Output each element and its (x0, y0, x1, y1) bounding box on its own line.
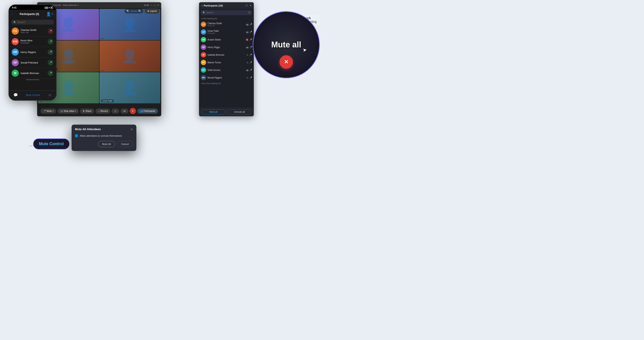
record-button[interactable]: ● Record (96, 108, 110, 114)
battery-icon: ■ (50, 6, 53, 9)
panel-unmute-all-button[interactable]: Unmute all (228, 110, 252, 114)
end-call-button[interactable]: ✕ (130, 108, 136, 114)
stop-video-button[interactable]: 📹 Stop video ▾ (58, 108, 79, 114)
phone-participant-info-kevin: Kevin Woo Presenter (20, 39, 46, 44)
phone-mute-btn-isabelle[interactable]: 🎤 (48, 70, 54, 76)
phone-mute-btn-henry[interactable]: 🎤 (48, 49, 54, 55)
panel-info-isabella: Isabella Brennan (208, 54, 245, 56)
dialog-buttons: Mute All Cancel (75, 141, 133, 147)
phone-participant-name-clarissa: Clarissa Smith (20, 29, 46, 31)
phone-avatar-sonali: SP (12, 59, 19, 66)
minimize-button[interactable]: ─ (151, 4, 152, 6)
panel-participant-sofia: SG Sofia Gomez 📹 🎤 (199, 66, 254, 74)
panel-avatar-umar: UP (201, 29, 206, 35)
dialog-checkbox-row: ✓ Allow attendees to unmute themselves (75, 134, 133, 137)
panel-mute-all-button[interactable]: Mute all (201, 110, 226, 114)
dialog-content: ✓ Allow attendees to unmute themselves M… (72, 133, 136, 151)
panel-header: ∨ Participants (10) ⬡ ✕ (199, 2, 254, 9)
phone-mute-btn-kevin[interactable]: 🎤 (48, 39, 54, 44)
panel-icons-sofia: 📹 🎤 (246, 69, 252, 71)
mute-all-dialog: Mute All Attendees ✕ ✓ Allow attendees t… (72, 124, 136, 151)
panel-info-murad: Murad Higgins (208, 76, 245, 79)
panel-role-clarissa: Host, me (208, 24, 244, 26)
video-label-5 (40, 102, 42, 102)
mute-control-badge[interactable]: Mute Control (33, 138, 70, 150)
video-label-6: Umar Patel (101, 100, 114, 102)
zoom-in-btn[interactable]: 🔍 (138, 10, 142, 13)
panel-search-input[interactable] (206, 12, 247, 14)
signal-icon: ▐▐▐ (44, 7, 48, 9)
panel-avatar-austen: AB (201, 37, 206, 42)
close-window-button[interactable]: ✕ (157, 4, 159, 6)
dialog-close-button[interactable]: ✕ (130, 128, 133, 131)
big-mute-circle: Mute all ✕ ➤ (253, 11, 320, 78)
panel-info-sofia: Sofia Gomez (208, 69, 244, 71)
video-label-4 (101, 70, 104, 71)
panel-close-icon[interactable]: ✕ (250, 4, 252, 7)
panel-mic-red-henry-r: 🎤 (249, 46, 252, 48)
phone-participant-name-kevin: Kevin Woo (20, 39, 46, 42)
panel-icons-austen: 🔇 🎤 (246, 38, 252, 41)
panel-participants-list: In the meeting (8) CS Clarissa Smith Hos… (199, 16, 254, 86)
panel-icons-murad: 🖥 🎤 (246, 76, 252, 79)
participants-button[interactable]: 👥 Participants (137, 108, 158, 114)
panel-video-sofia: 📹 (246, 69, 248, 71)
panel-participant-clarissa: CS Clarissa Smith Host, me 📹 🎤 (199, 20, 254, 28)
participants-panel: ∨ Participants (10) ⬡ ✕ 🔍 ⇅ In the meeti… (199, 2, 254, 116)
phone-mute-btn-clarissa[interactable]: 🎤 (48, 28, 54, 34)
phone-search-bar[interactable]: 🔍 (11, 20, 54, 24)
panel-name-murad: Murad Higgins (208, 76, 245, 79)
panel-search-icon: 🔍 (202, 12, 205, 14)
window-time: 12:40 (144, 4, 149, 6)
show-menu-bar-btn[interactable]: Show menu bar ∨ (62, 4, 79, 6)
panel-header-icons: ⬡ ✕ (246, 4, 252, 7)
phone-mute-control-label[interactable]: Mute Control (26, 94, 40, 96)
phone-mute-btn-sonali[interactable]: 🎤 (48, 60, 54, 66)
phone-status-bar: 9:41 ▐▐▐ ⌾ ■ (9, 5, 56, 10)
mute-button[interactable]: 🎤 Mute ▾ (40, 108, 56, 114)
panel-icons-umar: 📹 🎤 (246, 31, 252, 33)
panel-name-austen: Austen Baker (208, 38, 244, 41)
cancel-button[interactable]: Cancel (117, 141, 133, 147)
panel-name-henry-r: Henry Riggs (208, 46, 244, 48)
phone-add-participant-button[interactable]: 👤+ (46, 12, 54, 16)
zoom-out-btn[interactable]: 🔍 (126, 10, 130, 13)
phone-reactions-icon[interactable]: ☺ (48, 93, 52, 97)
dialog-title: Mute All Attendees (75, 128, 101, 131)
panel-name-marise: Marise Torres (208, 61, 245, 64)
panel-search[interactable]: 🔍 ⇅ (201, 10, 252, 15)
phone-bottom-bar: 💬 Mute Control ☺ (9, 90, 56, 100)
phone-participant-kevin: KW Kevin Woo Presenter 🎤 (9, 36, 56, 47)
dialog-checkbox[interactable]: ✓ (75, 134, 78, 137)
phone-participant-isabelle: IB Isabelle Brennan 🎤 (9, 68, 56, 78)
panel-avatar-sofia: SG (201, 67, 206, 73)
panel-avatar-murad: MH (201, 75, 206, 80)
big-close-button[interactable]: ✕ (280, 55, 293, 69)
phone-search-input[interactable] (18, 21, 52, 24)
phone-header: ‹ Participants (5) 👤+ (9, 10, 56, 18)
more-button[interactable]: ••• (120, 108, 128, 114)
share-button[interactable]: ⬆ Share (80, 108, 94, 114)
big-mute-all-text[interactable]: Mute all (267, 40, 306, 49)
panel-icons-isabella: 🖥 🎤 (246, 54, 252, 56)
panel-sort-icon[interactable]: ⇅ (248, 11, 250, 14)
panel-role-umar: Presenter (208, 32, 244, 34)
mute-all-confirm-button[interactable]: Mute All (98, 141, 115, 147)
panel-popout-icon[interactable]: ⬡ (246, 4, 248, 7)
mute-dropdown-icon[interactable]: ▾ (52, 110, 54, 112)
panel-collapse-icon[interactable]: ∨ (201, 4, 203, 7)
maximize-button[interactable]: □ (154, 4, 156, 6)
phone-chat-icon[interactable]: 💬 (14, 93, 18, 97)
layout-button[interactable]: ⊞ Layout (145, 8, 160, 14)
phone-participant-role-kevin: Presenter (20, 42, 46, 44)
desktop-toolbar: 🎤 Mute ▾ 📹 Stop video ▾ ⬆ Share ● Record… (37, 106, 161, 116)
record-icon: ● (98, 110, 100, 112)
in-meeting-section-label: In the meeting (8) (199, 16, 254, 20)
cursor-arrow: ➤ (302, 47, 307, 54)
phone-back-button[interactable]: ‹ (12, 12, 12, 16)
zoom-slider[interactable] (130, 11, 137, 12)
panel-info-marise: Marise Torres (208, 61, 245, 64)
phone-participant-clarissa: CS Clarissa Smith Host, me 🎤 (9, 26, 56, 36)
reactions-button[interactable]: ☺ (112, 108, 119, 114)
video-dropdown-icon[interactable]: ▾ (75, 110, 76, 112)
